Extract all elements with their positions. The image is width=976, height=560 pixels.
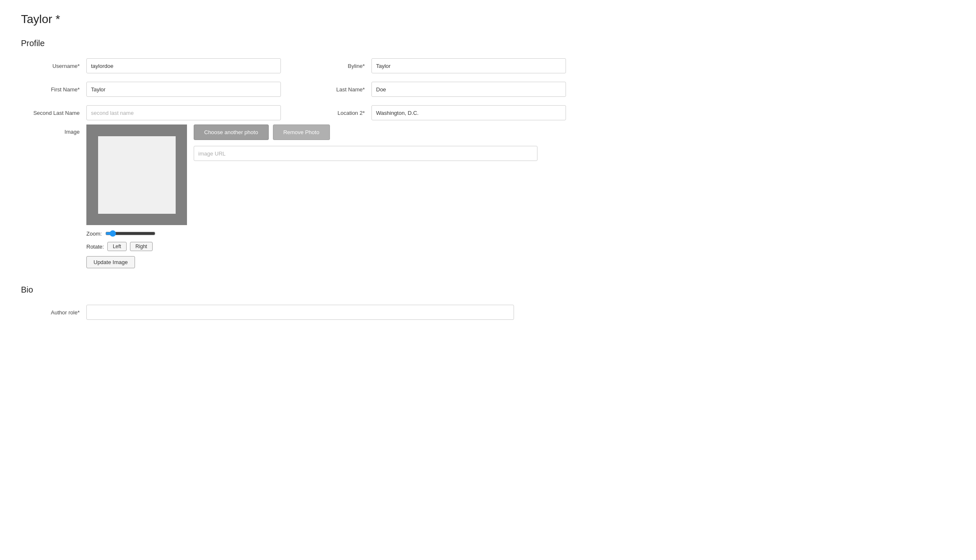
author-role-row: Author role*: [21, 305, 566, 320]
byline-row: Byline*: [306, 58, 566, 73]
username-row: Username*: [21, 58, 281, 73]
remove-photo-button[interactable]: Remove Photo: [273, 124, 330, 140]
image-content: Choose another photo Remove Photo Zoom: …: [86, 124, 537, 268]
author-role-label: Author role*: [21, 309, 80, 316]
image-inner: [98, 136, 176, 214]
zoom-row: Zoom:: [86, 230, 537, 237]
bio-section-title: Bio: [21, 285, 955, 295]
profile-section: Profile Username* Byline* First Name* La…: [21, 39, 955, 268]
second-last-name-label: Second Last Name: [21, 110, 80, 116]
profile-form-grid: Username* Byline* First Name* Last Name*…: [21, 58, 566, 120]
last-name-label: Last Name*: [306, 86, 365, 93]
location2-input[interactable]: [371, 105, 566, 120]
location2-label: Location 2*: [306, 110, 365, 116]
byline-label: Byline*: [306, 63, 365, 69]
author-role-input[interactable]: [86, 305, 514, 320]
zoom-label: Zoom:: [86, 231, 102, 237]
profile-section-title: Profile: [21, 39, 955, 48]
bio-section: Bio Author role*: [21, 285, 955, 320]
rotate-row: Rotate: Left Right: [86, 242, 537, 251]
image-url-input[interactable]: [194, 146, 537, 161]
username-label: Username*: [21, 63, 80, 69]
image-preview: [86, 124, 187, 225]
location2-row: Location 2*: [306, 105, 566, 120]
rotate-left-button[interactable]: Left: [107, 242, 127, 251]
second-last-name-input[interactable]: [86, 105, 281, 120]
first-name-row: First Name*: [21, 82, 281, 97]
byline-input[interactable]: [371, 58, 566, 73]
image-label: Image: [21, 124, 80, 135]
image-buttons: Choose another photo Remove Photo: [194, 124, 537, 161]
update-image-button[interactable]: Update Image: [86, 256, 135, 268]
rotate-label: Rotate:: [86, 244, 104, 250]
choose-photo-button[interactable]: Choose another photo: [194, 124, 269, 140]
second-last-name-row: Second Last Name: [21, 105, 281, 120]
image-section: Image Choose another photo Remove Photo …: [21, 124, 955, 268]
rotate-right-button[interactable]: Right: [130, 242, 153, 251]
first-name-input[interactable]: [86, 82, 281, 97]
last-name-input[interactable]: [371, 82, 566, 97]
username-input[interactable]: [86, 58, 281, 73]
page-title: Taylor *: [21, 13, 955, 26]
image-btn-row: Choose another photo Remove Photo: [194, 124, 537, 140]
last-name-row: Last Name*: [306, 82, 566, 97]
first-name-label: First Name*: [21, 86, 80, 93]
zoom-slider[interactable]: [105, 230, 156, 237]
image-top: Choose another photo Remove Photo: [86, 124, 537, 225]
